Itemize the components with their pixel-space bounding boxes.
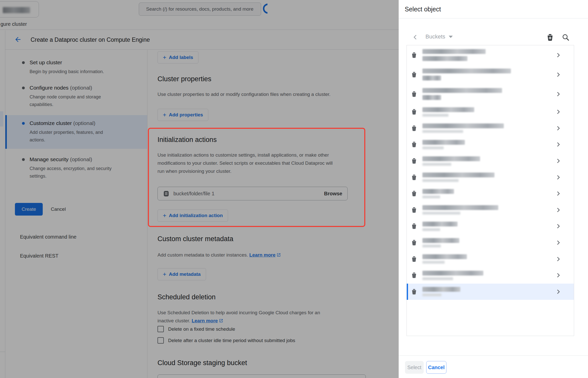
chevron-right-icon [555, 256, 561, 262]
divider [399, 18, 588, 18]
bucket-list [406, 45, 574, 336]
bucket-row[interactable] [407, 251, 574, 267]
bucket-row[interactable] [407, 267, 574, 284]
screen: Search (/) for resources, docs, products… [0, 0, 588, 378]
divider [399, 355, 588, 356]
redacted-bucket-name [422, 254, 555, 264]
bucket-row[interactable] [407, 185, 574, 202]
select-button[interactable]: Select [405, 361, 424, 374]
panel-back-button[interactable] [411, 33, 420, 42]
chevron-right-icon [555, 125, 561, 131]
bucket-icon [411, 91, 417, 97]
create-bucket-button[interactable] [545, 32, 555, 43]
bucket-icon [411, 158, 417, 164]
redacted-bucket-name [422, 205, 555, 215]
bucket-row-selected[interactable] [407, 284, 574, 300]
redacted-bucket-name [422, 189, 555, 198]
bucket-row[interactable] [407, 84, 574, 104]
redacted-bucket-name [422, 156, 555, 166]
bucket-icon [411, 288, 417, 295]
select-object-panel: Select object Buckets Select Cancel [399, 0, 588, 378]
add-bucket-icon [546, 33, 554, 41]
bucket-row[interactable] [407, 169, 574, 185]
buckets-dropdown[interactable]: Buckets [425, 33, 453, 40]
redacted-bucket-name [422, 222, 555, 231]
bucket-icon [411, 109, 417, 115]
bucket-icon [411, 174, 417, 181]
redacted-bucket-name [422, 49, 555, 61]
bucket-icon [411, 207, 417, 213]
bucket-icon [411, 272, 417, 279]
chevron-right-icon [555, 289, 561, 295]
bucket-row[interactable] [407, 45, 574, 65]
panel-title: Select object [405, 0, 441, 18]
bucket-icon [411, 256, 417, 262]
bucket-icon [411, 190, 417, 197]
bucket-row[interactable] [407, 153, 574, 169]
chevron-right-icon [555, 72, 561, 78]
bucket-row[interactable] [407, 104, 574, 120]
bucket-row[interactable] [407, 218, 574, 235]
chevron-right-icon [555, 174, 561, 180]
search-objects-button[interactable] [560, 32, 571, 43]
chevron-right-icon [555, 141, 561, 148]
bucket-row[interactable] [407, 235, 574, 251]
redacted-bucket-name [422, 107, 555, 117]
redacted-bucket-name [422, 287, 555, 296]
bucket-row[interactable] [407, 202, 574, 218]
bucket-row[interactable] [407, 136, 574, 153]
bucket-icon [411, 141, 417, 148]
chevron-right-icon [555, 240, 561, 246]
modal-scrim [0, 0, 399, 378]
redacted-bucket-name [422, 271, 555, 280]
bucket-row[interactable] [407, 120, 574, 137]
bucket-icon [411, 125, 417, 132]
chevron-right-icon [555, 223, 561, 229]
bucket-icon [411, 223, 417, 229]
redacted-bucket-name [422, 238, 555, 247]
panel-cancel-button[interactable]: Cancel [426, 361, 446, 374]
caret-down-icon [449, 36, 453, 38]
redacted-bucket-name [422, 140, 555, 149]
redacted-bucket-name [422, 69, 555, 80]
search-icon [562, 33, 570, 41]
panel-toolbar: Buckets [399, 30, 588, 45]
redacted-bucket-name [422, 123, 555, 133]
bucket-icon [411, 52, 417, 58]
redacted-bucket-name [422, 88, 555, 100]
chevron-right-icon [555, 52, 561, 58]
bucket-row[interactable] [407, 65, 574, 84]
chevron-right-icon [555, 207, 561, 213]
chevron-right-icon [555, 191, 561, 197]
bucket-icon [411, 239, 417, 246]
redacted-bucket-name [422, 173, 555, 182]
chevron-right-icon [555, 91, 561, 97]
chevron-right-icon [555, 109, 561, 115]
chevron-right-icon [555, 272, 561, 278]
chevron-left-icon [412, 34, 419, 40]
chevron-right-icon [555, 158, 561, 164]
bucket-icon [411, 71, 417, 78]
